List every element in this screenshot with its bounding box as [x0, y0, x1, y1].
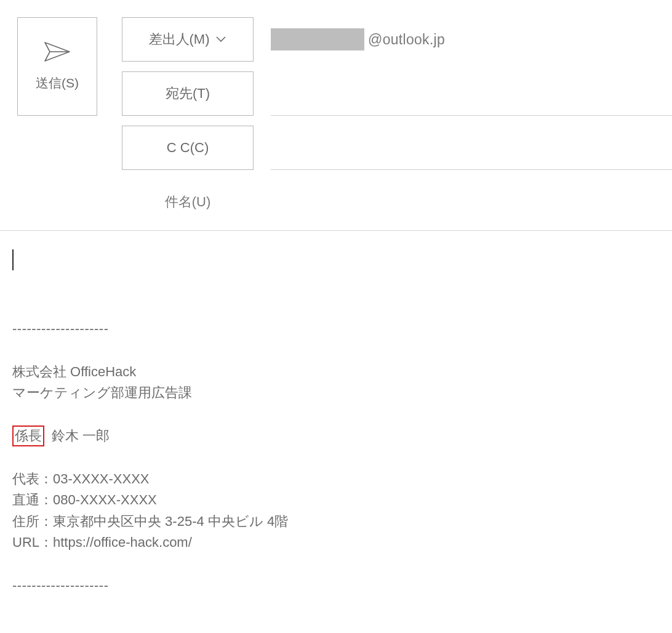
to-input[interactable]	[271, 71, 672, 115]
signature-tel-main: 代表：03-XXXX-XXXX	[12, 469, 660, 490]
signature-department: マーケティング部運用広告課	[12, 382, 660, 403]
signature-title-highlight: 係長	[12, 425, 44, 446]
text-cursor	[12, 249, 14, 270]
to-field-container	[271, 71, 672, 116]
send-icon	[44, 41, 71, 62]
subject-field-container	[271, 180, 672, 224]
from-value: @outlook.jp	[271, 17, 672, 62]
signature-name: 鈴木 一郎	[52, 428, 110, 443]
cc-label: C C(C)	[167, 140, 209, 156]
from-email-redacted	[271, 28, 364, 50]
signature-block: -------------------- 株式会社 OfficeHack マーケ…	[12, 318, 660, 596]
subject-input[interactable]	[271, 180, 672, 224]
signature-tel-direct: 直通：080-XXXX-XXXX	[12, 490, 660, 510]
to-label: 宛先(T)	[166, 84, 210, 103]
signature-dashes-bottom: --------------------	[12, 575, 660, 596]
message-body[interactable]: -------------------- 株式会社 OfficeHack マーケ…	[0, 231, 672, 608]
from-label: 差出人(M)	[149, 30, 210, 49]
cc-button[interactable]: C C(C)	[122, 126, 254, 170]
from-dropdown-button[interactable]: 差出人(M)	[122, 17, 254, 62]
subject-label: 件名(U)	[122, 182, 254, 222]
cc-input[interactable]	[271, 126, 672, 169]
send-label: 送信(S)	[36, 75, 79, 92]
chevron-down-icon	[215, 36, 226, 43]
signature-address: 住所：東京都中央区中央 3-25-4 中央ビル 4階	[12, 511, 660, 532]
cc-field-container	[271, 126, 672, 170]
signature-company: 株式会社 OfficeHack	[12, 361, 660, 382]
signature-url: URL：https://office-hack.com/	[12, 532, 660, 553]
send-button[interactable]: 送信(S)	[17, 17, 97, 116]
to-button[interactable]: 宛先(T)	[122, 71, 254, 116]
from-email-domain: @outlook.jp	[368, 31, 445, 48]
signature-dashes-top: --------------------	[12, 318, 660, 339]
